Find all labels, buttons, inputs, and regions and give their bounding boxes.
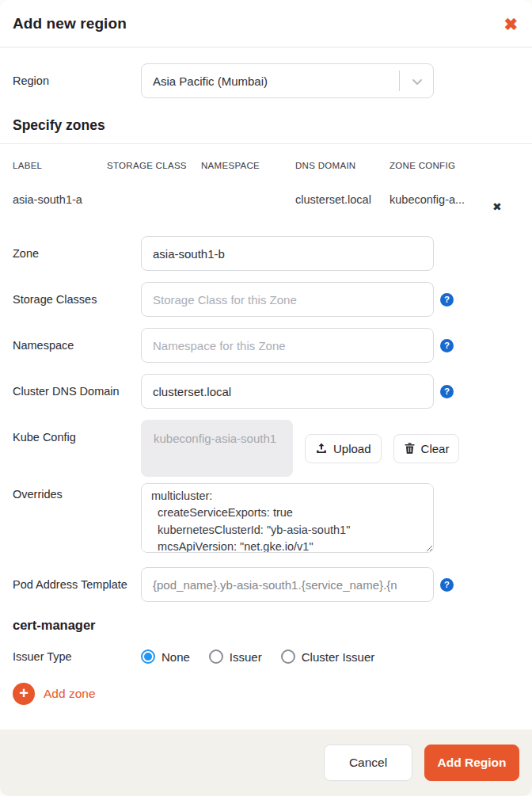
zone-label: Zone (13, 236, 141, 261)
namespace-label: Namespace (13, 328, 141, 353)
cancel-button[interactable]: Cancel (324, 745, 412, 781)
cluster-dns-domain-input[interactable] (141, 374, 434, 409)
region-select[interactable]: Asia Pacific (Mumbai) (141, 63, 434, 98)
form-row-namespace: Namespace ? (13, 328, 519, 363)
add-region-button[interactable]: Add Region (424, 745, 519, 781)
help-icon[interactable]: ? (440, 578, 454, 592)
overrides-label: Overrides (13, 483, 141, 502)
storage-classes-input[interactable] (141, 282, 434, 317)
upload-button-label: Upload (333, 442, 371, 455)
upload-button[interactable]: Upload (305, 434, 382, 463)
specify-zones-heading: Specify zones (0, 117, 532, 144)
add-zone-button[interactable]: + Add zone (13, 683, 519, 705)
column-header-namespace: NAMESPACE (201, 161, 295, 170)
add-region-modal: Add new region ✖ Region Asia Pacific (Mu… (0, 0, 532, 796)
modal-footer: Cancel Add Region (0, 729, 532, 796)
zones-table-header-row: LABEL STORAGE CLASS NAMESPACE DNS DOMAIN… (13, 144, 519, 170)
region-label: Region (13, 74, 141, 89)
chevron-down-icon (411, 75, 424, 91)
region-row: Region Asia Pacific (Mumbai) (0, 48, 532, 117)
modal-title: Add new region (13, 15, 127, 32)
issuer-type-radio-group: None Issuer Cluster Issuer (141, 641, 374, 664)
help-icon[interactable]: ? (440, 293, 454, 307)
zones-table: LABEL STORAGE CLASS NAMESPACE DNS DOMAIN… (0, 144, 532, 212)
radio-issuer-label: Issuer (230, 650, 262, 664)
namespace-input[interactable] (141, 328, 434, 363)
radio-circle-none[interactable] (141, 649, 155, 664)
form-row-dns-domain: Cluster DNS Domain ? (13, 374, 519, 409)
trash-icon (404, 442, 416, 455)
radio-issuer[interactable]: Issuer (209, 649, 262, 664)
zone-input[interactable] (141, 236, 434, 271)
add-zone-label: Add zone (44, 687, 96, 701)
upload-icon (315, 442, 328, 455)
radio-circle-cluster-issuer[interactable] (281, 649, 295, 664)
table-row: asia-south1-a clusterset.local kubeconfi… (13, 170, 519, 212)
column-header-label: LABEL (13, 161, 107, 170)
region-select-value: Asia Pacific (Mumbai) (153, 74, 268, 88)
zone-row-label: asia-south1-a (13, 193, 107, 206)
form-row-storage-classes: Storage Classes ? (13, 282, 519, 317)
plus-icon: + (13, 683, 35, 705)
column-header-zone-config: ZONE CONFIG (390, 161, 483, 170)
overrides-textarea[interactable]: multicluster: createServiceExports: true… (141, 483, 434, 553)
help-icon[interactable]: ? (440, 385, 454, 398)
pod-address-template-label: Pod Address Template (13, 567, 141, 592)
radio-none[interactable]: None (141, 649, 190, 664)
cert-manager-heading: cert-manager (13, 618, 507, 633)
issuer-type-label: Issuer Type (13, 641, 141, 665)
column-header-dns-domain: DNS DOMAIN (295, 161, 390, 170)
zone-row-zone-config: kubeconfig-a... (390, 193, 483, 206)
remove-zone-icon[interactable]: ✖ (483, 201, 502, 212)
pod-address-template-input[interactable] (141, 567, 434, 602)
storage-classes-label: Storage Classes (13, 282, 141, 307)
help-icon[interactable]: ? (440, 339, 454, 352)
form-row-overrides: Overrides multicluster: createServiceExp… (13, 483, 519, 556)
radio-circle-issuer[interactable] (209, 649, 223, 664)
column-header-storage-class: STORAGE CLASS (107, 161, 201, 170)
radio-none-label: None (162, 650, 190, 664)
select-divider (399, 70, 400, 91)
form-row-pod-address-template: Pod Address Template ? (13, 567, 519, 602)
clear-button-label: Clear (421, 442, 450, 455)
zone-row-dns-domain: clusterset.local (295, 193, 390, 206)
form-row-zone: Zone (13, 236, 519, 271)
close-icon[interactable]: ✖ (502, 16, 519, 32)
cluster-dns-domain-label: Cluster DNS Domain (13, 374, 141, 399)
modal-header: Add new region ✖ (0, 0, 532, 48)
zone-form: Zone Storage Classes ? Namespace ? Clust… (0, 212, 532, 665)
form-row-kube-config: Kube Config kubeconfig-asia-south1 Uploa… (13, 420, 519, 477)
clear-button[interactable]: Clear (393, 434, 460, 463)
radio-cluster-issuer[interactable]: Cluster Issuer (281, 649, 375, 664)
radio-cluster-issuer-label: Cluster Issuer (302, 650, 375, 664)
kube-config-label: Kube Config (13, 420, 141, 445)
form-row-issuer-type: Issuer Type None Issuer Cluster Issuer (13, 641, 519, 665)
kube-config-file-box: kubeconfig-asia-south1 (141, 420, 293, 477)
